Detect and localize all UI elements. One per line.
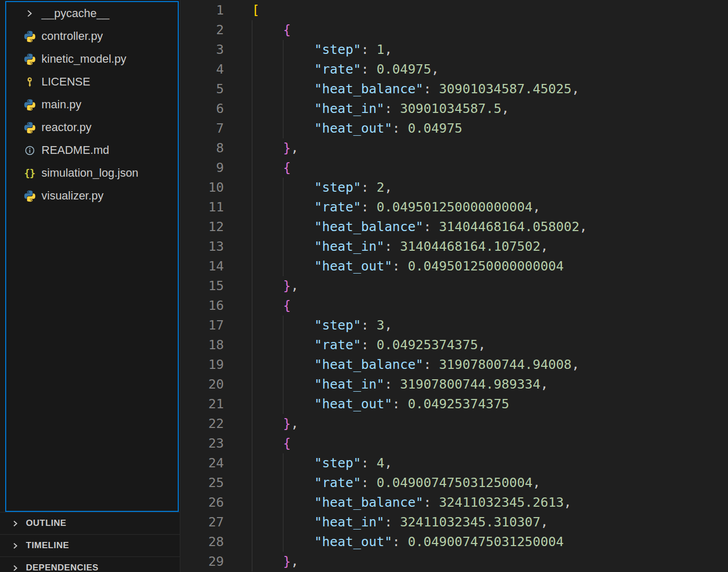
file-item-main-py[interactable]: main.py	[6, 93, 178, 116]
line-number[interactable]: 19	[180, 355, 224, 375]
line-content: "heat_balance": 32411032345.2613,	[252, 493, 572, 512]
line-number[interactable]: 28	[180, 532, 224, 552]
line-content: "heat_balance": 31404468164.058002,	[252, 217, 587, 237]
indent-guide	[252, 237, 252, 256]
line-number[interactable]: 15	[180, 276, 224, 296]
line-number[interactable]: 11	[180, 197, 224, 217]
json-braces-icon: {}	[24, 167, 35, 179]
line-number[interactable]: 9	[180, 158, 224, 178]
file-item-reactor-py[interactable]: reactor.py	[6, 116, 178, 139]
folder-item-pycache[interactable]: __pycache__	[6, 2, 178, 25]
code-line[interactable]: 17 "step": 3,	[180, 316, 728, 335]
line-number[interactable]: 3	[180, 40, 224, 60]
file-item-controller-py[interactable]: controller.py	[6, 25, 178, 48]
indent-guide	[252, 119, 252, 138]
file-item-kinetic-model-py[interactable]: kinetic_model.py	[6, 48, 178, 70]
code-line[interactable]: 21 "heat_out": 0.04925374375	[180, 394, 728, 414]
line-number[interactable]: 6	[180, 99, 224, 119]
code-line[interactable]: 25 "rate": 0.049007475031250004,	[180, 473, 728, 493]
line-number[interactable]: 25	[180, 473, 224, 493]
python-icon	[24, 122, 36, 134]
indent-guide	[252, 473, 252, 493]
line-number[interactable]: 22	[180, 414, 224, 434]
section-timeline[interactable]: TIMELINE	[0, 534, 180, 556]
code-line[interactable]: 22 },	[180, 414, 728, 434]
explorer-sidebar: __pycache__controller.pykinetic_model.py…	[0, 0, 180, 572]
line-number[interactable]: 23	[180, 434, 224, 453]
line-number[interactable]: 10	[180, 178, 224, 197]
indent-guide	[252, 552, 252, 571]
indent-guide	[283, 493, 283, 512]
file-item-visualizer-py[interactable]: visualizer.py	[6, 184, 178, 207]
code-line[interactable]: 29 },	[180, 552, 728, 571]
line-number[interactable]: 5	[180, 79, 224, 99]
line-number[interactable]: 8	[180, 138, 224, 158]
code-line[interactable]: 18 "rate": 0.04925374375,	[180, 335, 728, 355]
line-number[interactable]: 17	[180, 316, 224, 335]
line-number[interactable]: 2	[180, 20, 224, 40]
line-number[interactable]: 26	[180, 493, 224, 512]
code-line[interactable]: 4 "rate": 0.04975,	[180, 60, 728, 79]
indent-guide	[252, 158, 252, 178]
line-content: },	[252, 552, 298, 571]
section-label: DEPENDENCIES	[26, 563, 98, 572]
code-line[interactable]: 3 "step": 1,	[180, 40, 728, 60]
indent-guide	[252, 355, 252, 375]
line-number[interactable]: 24	[180, 453, 224, 473]
indent-guide	[283, 375, 283, 394]
code-line[interactable]: 23 {	[180, 434, 728, 453]
indent-guide	[283, 532, 283, 552]
code-line[interactable]: 10 "step": 2,	[180, 178, 728, 197]
code-line[interactable]: 6 "heat_in": 30901034587.5,	[180, 99, 728, 119]
line-number[interactable]: 1	[180, 1, 224, 20]
code-line[interactable]: 27 "heat_in": 32411032345.310307,	[180, 512, 728, 532]
indent-guide	[283, 237, 283, 256]
section-outline[interactable]: OUTLINE	[0, 512, 180, 534]
chevron-right-icon	[11, 541, 20, 550]
indent-guide	[252, 394, 252, 414]
line-number[interactable]: 21	[180, 394, 224, 414]
python-icon	[24, 31, 36, 42]
line-number[interactable]: 4	[180, 60, 224, 79]
line-number[interactable]: 20	[180, 375, 224, 394]
file-item-license[interactable]: LICENSE	[6, 70, 178, 93]
line-number[interactable]: 29	[180, 552, 224, 571]
line-number[interactable]: 7	[180, 119, 224, 138]
line-number[interactable]: 16	[180, 296, 224, 316]
code-line[interactable]: 26 "heat_balance": 32411032345.2613,	[180, 493, 728, 512]
line-content: "rate": 0.049501250000000004,	[252, 197, 540, 217]
line-content: "step": 3,	[252, 316, 392, 335]
code-line[interactable]: 15 },	[180, 276, 728, 296]
indent-guide	[283, 335, 283, 355]
chevron-right-icon	[24, 8, 35, 19]
line-number[interactable]: 14	[180, 256, 224, 276]
code-line[interactable]: 16 {	[180, 296, 728, 316]
file-item-readme-md[interactable]: README.md	[6, 139, 178, 162]
line-content: "heat_out": 0.049007475031250004	[252, 532, 564, 552]
indent-guide	[283, 316, 283, 335]
file-label: LICENSE	[41, 75, 90, 89]
code-line[interactable]: 1[	[180, 1, 728, 20]
indent-guide	[283, 119, 283, 138]
code-line[interactable]: 11 "rate": 0.049501250000000004,	[180, 197, 728, 217]
code-line[interactable]: 9 {	[180, 158, 728, 178]
code-line[interactable]: 12 "heat_balance": 31404468164.058002,	[180, 217, 728, 237]
code-line[interactable]: 7 "heat_out": 0.04975	[180, 119, 728, 138]
line-number[interactable]: 18	[180, 335, 224, 355]
section-dependencies[interactable]: DEPENDENCIES	[0, 556, 180, 572]
file-item-simulation-log-json[interactable]: {}simulation_log.json	[6, 162, 178, 184]
line-number[interactable]: 12	[180, 217, 224, 237]
code-line[interactable]: 2 {	[180, 20, 728, 40]
code-line[interactable]: 13 "heat_in": 31404468164.107502,	[180, 237, 728, 256]
code-line[interactable]: 24 "step": 4,	[180, 453, 728, 473]
indent-guide	[283, 217, 283, 237]
code-line[interactable]: 8 },	[180, 138, 728, 158]
line-number[interactable]: 13	[180, 237, 224, 256]
code-line[interactable]: 14 "heat_out": 0.049501250000000004	[180, 256, 728, 276]
indent-guide	[252, 256, 252, 276]
code-line[interactable]: 19 "heat_balance": 31907800744.94008,	[180, 355, 728, 375]
line-number[interactable]: 27	[180, 512, 224, 532]
code-line[interactable]: 5 "heat_balance": 30901034587.45025,	[180, 79, 728, 99]
code-line[interactable]: 20 "heat_in": 31907800744.989334,	[180, 375, 728, 394]
code-line[interactable]: 28 "heat_out": 0.049007475031250004	[180, 532, 728, 552]
